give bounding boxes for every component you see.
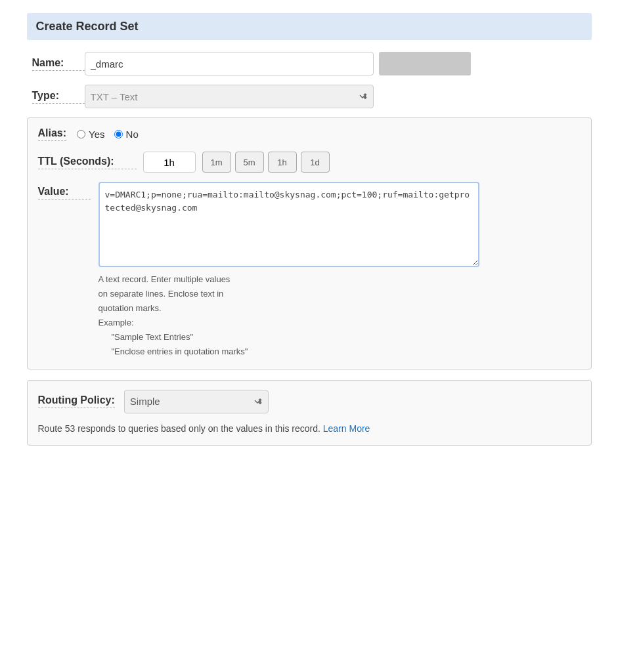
hint-line2: on separate lines. Enclose text in — [99, 287, 581, 301]
value-row: Value: v=DMARC1;p=none;rua=mailto:mailto… — [38, 182, 581, 267]
value-hint: A text record. Enter multiple values on … — [99, 272, 581, 360]
ttl-row: TTL (Seconds): 1m 5m 1h 1d — [38, 152, 581, 173]
ttl-1d-button[interactable]: 1d — [301, 152, 330, 173]
main-section: Alias: Yes No TTL (Seconds): 1m 5m — [27, 117, 592, 369]
routing-section: Routing Policy: Simple Weighted Latency … — [27, 380, 592, 446]
name-row: Name: — [27, 52, 592, 75]
type-select[interactable]: TXT – Text A – IPv4 address AAAA – IPv6 … — [85, 85, 374, 108]
value-textarea[interactable]: v=DMARC1;p=none;rua=mailto:mailto@skysna… — [99, 182, 479, 267]
ttl-label: TTL (Seconds): — [38, 156, 137, 169]
ttl-1h-button[interactable]: 1h — [268, 152, 297, 173]
hint-example-label: Example: — [99, 316, 581, 330]
hint-line1: A text record. Enter multiple values — [99, 272, 581, 287]
alias-yes-label: Yes — [89, 129, 104, 140]
ttl-input[interactable] — [143, 152, 196, 173]
type-select-wrapper: TXT – Text A – IPv4 address AAAA – IPv6 … — [85, 85, 374, 108]
ttl-1m-button[interactable]: 1m — [202, 152, 231, 173]
learn-more-link[interactable]: Learn More — [323, 423, 370, 434]
routing-desc-text: Route 53 responds to queries based only … — [38, 423, 320, 434]
routing-select[interactable]: Simple Weighted Latency Failover Geoloca… — [124, 390, 269, 413]
routing-select-wrapper: Simple Weighted Latency Failover Geoloca… — [124, 390, 269, 413]
routing-row: Routing Policy: Simple Weighted Latency … — [38, 390, 581, 413]
routing-description: Route 53 responds to queries based only … — [38, 421, 581, 436]
name-input[interactable] — [85, 52, 374, 75]
page-title: Create Record Set — [27, 13, 592, 40]
ttl-buttons: 1m 5m 1h 1d — [202, 152, 330, 173]
alias-yes-radio[interactable] — [77, 130, 85, 138]
type-row: Type: TXT – Text A – IPv4 address AAAA –… — [27, 85, 592, 108]
hint-example2: "Enclose entries in quotation marks" — [112, 345, 581, 359]
alias-no-option[interactable]: No — [114, 129, 139, 140]
name-suffix-box — [379, 52, 471, 75]
ttl-5m-button[interactable]: 5m — [235, 152, 264, 173]
hint-line3: quotation marks. — [99, 301, 581, 316]
value-label: Value: — [38, 186, 91, 200]
alias-yes-option[interactable]: Yes — [77, 129, 104, 140]
alias-no-label: No — [126, 129, 139, 140]
hint-example1: "Sample Text Entries" — [112, 330, 581, 345]
routing-label: Routing Policy: — [38, 394, 115, 408]
alias-label: Alias: — [38, 127, 67, 141]
ttl-section: TTL (Seconds): 1m 5m 1h 1d Value: v=DMAR… — [38, 152, 581, 360]
alias-radio-group: Yes No — [77, 129, 139, 140]
type-label: Type: — [32, 90, 85, 104]
alias-row: Alias: Yes No — [38, 127, 581, 141]
alias-no-radio[interactable] — [114, 130, 123, 138]
name-label: Name: — [32, 57, 85, 71]
